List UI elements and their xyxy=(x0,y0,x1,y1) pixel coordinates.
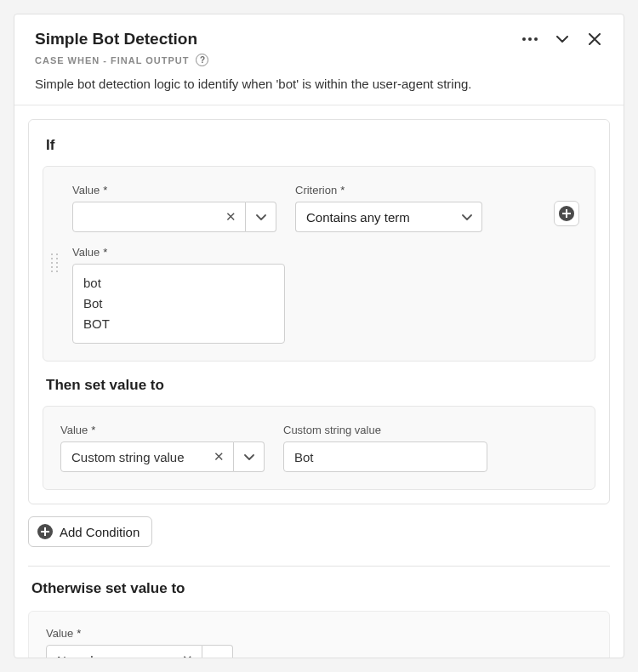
add-criterion-button[interactable] xyxy=(554,201,579,226)
criterion-dropdown[interactable] xyxy=(452,202,482,232)
custom-string-label: Custom string value xyxy=(283,424,487,436)
panel-header: Simple Bot Detection CASE WHEN - FINAL O… xyxy=(14,14,624,105)
otherwise-value-label: Value* xyxy=(46,627,233,640)
derived-field-panel: Simple Bot Detection CASE WHEN - FINAL O… xyxy=(14,14,624,658)
more-icon[interactable] xyxy=(521,31,538,48)
if-value-dropdown[interactable] xyxy=(246,202,276,232)
add-condition-button[interactable]: Add Condition xyxy=(28,516,152,547)
plus-circle-icon xyxy=(37,524,53,539)
then-heading: Then set value to xyxy=(46,377,595,394)
otherwise-value-dropdown[interactable] xyxy=(202,645,233,658)
otherwise-value-select[interactable]: No value ✕ xyxy=(46,645,202,658)
svg-point-0 xyxy=(522,37,526,41)
help-icon[interactable]: ? xyxy=(196,54,208,66)
otherwise-box: Value* No value ✕ xyxy=(28,611,610,658)
then-value-select[interactable]: Custom string value ✕ xyxy=(60,441,234,472)
if-heading: If xyxy=(46,137,595,154)
panel-body: If Value* xyxy=(14,105,624,658)
header-actions xyxy=(521,31,603,48)
panel-title: Simple Bot Detection xyxy=(35,30,197,48)
plus-circle-icon xyxy=(559,206,574,221)
section-divider xyxy=(28,566,610,567)
custom-string-input[interactable]: Bot xyxy=(283,441,487,472)
if-value-select[interactable]: ✕ xyxy=(72,202,246,232)
then-value-label: Value* xyxy=(60,424,265,436)
panel-subtitle: CASE WHEN - FINAL OUTPUT xyxy=(35,55,189,65)
clear-icon[interactable]: ✕ xyxy=(224,209,238,225)
clear-icon[interactable]: ✕ xyxy=(212,449,226,464)
otherwise-heading: Otherwise set value to xyxy=(31,580,610,597)
criterion-label: Criterion* xyxy=(295,184,482,196)
case-when-section: If Value* xyxy=(28,119,610,504)
collapse-icon[interactable] xyxy=(554,31,571,48)
criterion-select[interactable]: Contains any term xyxy=(295,202,452,232)
then-value-dropdown[interactable] xyxy=(234,441,265,472)
svg-point-1 xyxy=(528,37,532,41)
drag-handle-icon[interactable] xyxy=(51,253,60,274)
value-label: Value* xyxy=(72,184,276,196)
svg-point-2 xyxy=(534,37,538,41)
panel-description: Simple bot detection logic to identify w… xyxy=(35,77,603,91)
value-terms-label: Value* xyxy=(72,246,285,259)
clear-icon[interactable]: ✕ xyxy=(180,652,195,658)
terms-textarea[interactable]: bot Bot BOT xyxy=(72,264,285,344)
if-condition-box: Value* ✕ xyxy=(43,166,595,362)
then-box: Value* Custom string value ✕ xyxy=(43,406,595,490)
close-icon[interactable] xyxy=(586,31,603,48)
